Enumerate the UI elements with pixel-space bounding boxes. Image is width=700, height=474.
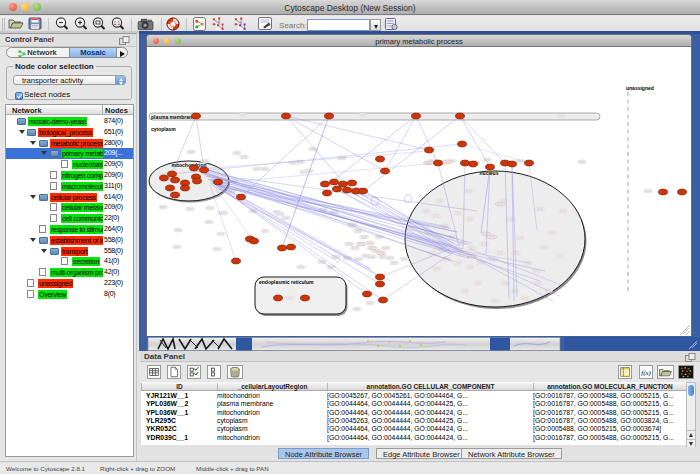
- svg-text:cytoplasm: cytoplasm: [151, 126, 176, 132]
- svg-text:f(x): f(x): [641, 369, 651, 377]
- svg-text:endoplasmic reticulum: endoplasmic reticulum: [259, 279, 314, 285]
- svg-text:1:1: 1:1: [114, 21, 121, 26]
- svg-text:mitochondrion: mitochondrion: [172, 162, 207, 168]
- svg-text:unassigned: unassigned: [626, 85, 654, 91]
- svg-text:plasma membrane: plasma membrane: [151, 114, 195, 120]
- svg-text:nucleus: nucleus: [480, 170, 499, 176]
